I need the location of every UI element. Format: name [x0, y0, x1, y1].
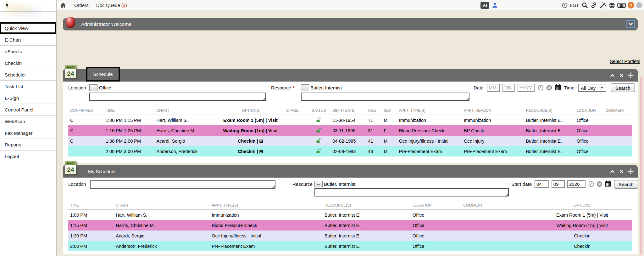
globe-icon[interactable]: [608, 2, 615, 9]
cell-appt-type-s: Pre-Placement Exam: [397, 146, 462, 156]
search-button[interactable]: Search: [614, 180, 638, 189]
status-unlocked-icon[interactable]: [307, 125, 330, 136]
sidebar-item-checkin[interactable]: Checkin: [0, 57, 56, 69]
sidebar-item-scheduler[interactable]: Scheduler: [0, 69, 56, 80]
move-portlet-icon[interactable]: [628, 168, 634, 174]
sidebar-item-esheets[interactable]: eSheets: [0, 45, 56, 57]
location-input[interactable]: [89, 93, 266, 101]
cell-appt-reason: Occ Injury: [462, 136, 524, 146]
user-icon[interactable]: [492, 2, 498, 8]
close-portlet-icon[interactable]: [619, 73, 624, 78]
date-day-input[interactable]: [502, 84, 515, 92]
appointment-row[interactable]: C1:30 PM 2:00 PMAcardi, SergioCheckin | …: [68, 136, 632, 146]
appointment-row[interactable]: 2:00 PMAnderson, FrederickPre-Placement …: [68, 241, 632, 251]
column-header-resource-s: RESOURCE(S): [524, 107, 575, 115]
scrollbar[interactable]: [640, 77, 642, 255]
keyboard-icon[interactable]: [617, 2, 626, 9]
home-icon[interactable]: [60, 2, 67, 9]
sidebar-item-fax-manager[interactable]: Fax Manager: [0, 127, 56, 139]
clock-icon[interactable]: [562, 2, 568, 9]
collapse-portlet-icon[interactable]: [609, 168, 615, 174]
nav-doc-queue[interactable]: Doc Queue(3): [96, 3, 127, 8]
main-content: Administrator Welcome Select Portlets MA…: [57, 10, 644, 256]
search-icon[interactable]: [581, 2, 588, 9]
resource-selected-value: Butler, Internist: [310, 85, 342, 90]
clear-date-icon[interactable]: [596, 181, 603, 187]
cell-options[interactable]: Exam Room 1 (5m) | Visit: [532, 210, 632, 220]
date-month-input[interactable]: [487, 84, 500, 92]
appointment-row[interactable]: 1:15 PMHarris, Christine M.Blood Pressur…: [68, 220, 632, 230]
appointment-row[interactable]: 2:00 PM 3:00 PMAnderson, FrederickChecki…: [68, 146, 632, 156]
close-portlet-icon[interactable]: [619, 169, 624, 174]
wand-icon[interactable]: [599, 2, 607, 9]
resource-input[interactable]: [314, 188, 509, 196]
cell-age: 41: [366, 136, 382, 146]
cell-options[interactable]: Waiting Room (1m) | Visit: [532, 220, 632, 230]
cell-appt-type-s: Immunization: [210, 210, 323, 220]
start-day-input[interactable]: [552, 180, 565, 188]
sidebar-item-task-list[interactable]: Task List: [0, 80, 56, 92]
sidebar-item-e-sign[interactable]: E-Sign: [0, 92, 56, 104]
cell-chart: Hart, William S.: [114, 210, 210, 220]
collapse-portlet-icon[interactable]: [609, 72, 615, 78]
cell-time: 1:15 PM: [68, 220, 114, 230]
resource-collapse-button[interactable]: –: [301, 84, 309, 91]
calendar-picker-icon[interactable]: [604, 180, 612, 187]
resource-selected-value: Butler, Internist: [324, 181, 355, 187]
calendar-picker-icon[interactable]: [554, 84, 562, 91]
sidebar-item-logout[interactable]: Logout: [0, 150, 56, 162]
date-year-input[interactable]: [518, 84, 535, 92]
cell-options[interactable]: Exam Room 1 (5m) | Visit: [217, 115, 284, 125]
doc-queue-count: (3): [121, 3, 127, 8]
start-year-input[interactable]: [567, 180, 586, 188]
cell-confirmed: [68, 146, 104, 156]
cell-options[interactable]: Checkin: [532, 241, 632, 251]
start-month-input[interactable]: [535, 180, 549, 188]
cell-options[interactable]: Checkin: [532, 230, 632, 241]
column-header-resource-s: RESOURCE(S): [323, 202, 411, 210]
cell-age: 71: [366, 115, 382, 125]
appointment-row[interactable]: 1:30 PMAcardi, SergioOcc Injury/Illness …: [68, 230, 632, 241]
topbar-tools-group: EST ?: [562, 0, 642, 10]
cell-options[interactable]: Checkin | ⊞: [217, 136, 284, 146]
sidebar-item-reports[interactable]: Reports: [0, 139, 56, 150]
appointment-row[interactable]: 1:00 PMHart, William S.ImmunizationButle…: [68, 210, 632, 220]
status-unlocked-icon[interactable]: [307, 136, 330, 146]
sidebar-item-webscan[interactable]: WebScan: [0, 115, 56, 127]
search-button[interactable]: Search: [611, 83, 635, 92]
link-icon[interactable]: [590, 2, 597, 9]
time-select[interactable]: All Day: [578, 84, 606, 92]
sidebar-item-quick-view[interactable]: Quick View: [0, 22, 56, 34]
expand-welcome-button[interactable]: [626, 20, 635, 28]
time-label: Time:: [564, 85, 576, 90]
cell-options[interactable]: Checkin | ⊞: [217, 146, 284, 156]
ai-badge[interactable]: AI: [480, 2, 489, 9]
my-schedule-portlet-header[interactable]: MAY 24 My Schedule: [63, 165, 638, 178]
help-icon[interactable]: ?: [628, 2, 634, 9]
resource-input[interactable]: [301, 93, 469, 101]
appointment-row[interactable]: C1:00 PM 1:15 PMHart, William S.Exam Roo…: [68, 115, 632, 125]
welcome-title: Administrator Welcome: [81, 18, 131, 30]
clear-date-icon[interactable]: [546, 84, 552, 91]
select-portlets-link[interactable]: Select Portlets: [610, 59, 640, 64]
location-input[interactable]: [90, 180, 275, 189]
schedule-portlet-header[interactable]: MAY 24 Schedule: [63, 69, 638, 82]
time-picker-icon[interactable]: [588, 181, 595, 187]
column-header-status: STATUS: [307, 107, 330, 115]
move-portlet-icon[interactable]: [628, 72, 634, 78]
sidebar-item-control-panel[interactable]: Control Panel: [0, 104, 56, 115]
nav-orders[interactable]: Orders: [74, 3, 89, 8]
select-arrow-icon: [600, 87, 603, 89]
location-collapse-button[interactable]: –: [89, 84, 97, 91]
my-schedule-portlet: MAY 24 My Schedule Location Resource – B…: [63, 165, 638, 254]
location-selected-value: Office: [99, 85, 111, 90]
cell-appt-reason: BP Check: [462, 125, 524, 136]
appointment-row[interactable]: C1:15 PM 1:25 PMHarris, Christine M.Wait…: [68, 125, 632, 136]
status-unlocked-icon[interactable]: [307, 146, 330, 156]
time-picker-icon[interactable]: [537, 84, 544, 91]
status-unlocked-icon[interactable]: [307, 115, 330, 125]
resource-collapse-button[interactable]: –: [314, 181, 323, 187]
cell-appt-type-s: Immunization: [397, 115, 462, 125]
cell-options[interactable]: Waiting Room (1m) | Visit: [217, 125, 284, 136]
sidebar-item-e-chart[interactable]: E-Chart: [0, 34, 56, 45]
